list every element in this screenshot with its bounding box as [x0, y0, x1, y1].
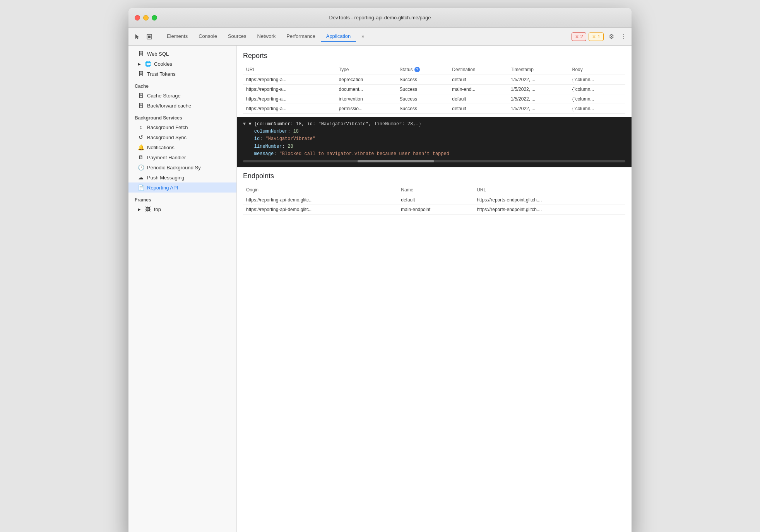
sidebar-item-cookies[interactable]: ▶ 🌐 Cookies [128, 59, 236, 69]
json-line-3: lineNumber: 28 [243, 143, 625, 150]
sync-icon: ↺ [138, 134, 144, 140]
endpoints-header-row: Origin Name URL [243, 185, 625, 195]
sidebar-item-label: Cache Storage [147, 93, 181, 99]
payment-icon: 🖥 [138, 154, 144, 160]
sidebar-item-back-forward-cache[interactable]: 🗄 Back/forward cache [128, 101, 236, 111]
cell-url: https://reporting-a... [243, 94, 336, 104]
json-key: columnNumber [254, 129, 288, 134]
database-icon: 🗄 [138, 102, 144, 109]
document-icon: 📄 [138, 184, 144, 191]
cell-destination: default [449, 94, 508, 104]
table-row[interactable]: https://reporting-api-demo.glitc... defa… [243, 195, 625, 205]
cell-body: {"column... [569, 104, 625, 114]
settings-icon-btn[interactable]: ⚙ [606, 31, 617, 42]
json-header-text: ▼ {columnNumber: 18, id: "NavigatorVibra… [248, 121, 421, 127]
more-options-btn[interactable]: ⋮ [619, 31, 628, 42]
background-services-header: Background Services [128, 111, 236, 122]
error-count: 2 [580, 34, 583, 39]
table-row[interactable]: https://reporting-a... permissio... Succ… [243, 104, 625, 114]
sidebar-item-push-messaging[interactable]: ☁ Push Messaging [128, 172, 236, 182]
sidebar-item-cache-storage[interactable]: 🗄 Cache Storage [128, 90, 236, 101]
cell-destination: main-end... [449, 85, 508, 94]
sidebar-item-frames-top[interactable]: ▶ 🖼 top [128, 204, 236, 214]
tab-console[interactable]: Console [193, 31, 223, 42]
cell-type: intervention [336, 94, 397, 104]
json-value: 18 [293, 129, 299, 134]
sidebar-item-label: Notifications [147, 145, 175, 150]
tab-more[interactable]: » [356, 31, 370, 42]
col-status: Status ? [397, 65, 449, 75]
bell-icon: 🔔 [138, 144, 144, 150]
json-header-line: ▼ ▼ {columnNumber: 18, id: "NavigatorVib… [243, 121, 625, 128]
warn-badge-button[interactable]: ✕ 1 [589, 32, 604, 41]
frames-section-header: Frames [128, 193, 236, 204]
endpoints-table-body: https://reporting-api-demo.glitc... defa… [243, 195, 625, 215]
minimize-button[interactable] [143, 15, 149, 20]
sidebar: 🗄 Web SQL ▶ 🌐 Cookies 🗄 Trust Tokens Cac… [128, 46, 237, 532]
content-scroll-area[interactable]: Reports URL Type Status ? [237, 46, 632, 532]
sidebar-item-reporting-api[interactable]: 📄 Reporting API [128, 182, 236, 193]
table-row[interactable]: https://reporting-a... deprecation Succe… [243, 75, 625, 85]
toolbar-separator [158, 33, 158, 41]
inspect-icon-btn[interactable] [144, 31, 155, 42]
sidebar-item-web-sql[interactable]: 🗄 Web SQL [128, 49, 236, 59]
database-icon: 🗄 [138, 51, 144, 57]
cell-url: https://reporting-a... [243, 104, 336, 114]
sidebar-item-payment-handler[interactable]: 🖥 Payment Handler [128, 152, 236, 162]
sidebar-item-label: Background Fetch [147, 124, 188, 130]
tab-elements[interactable]: Elements [161, 31, 193, 42]
sidebar-item-periodic-background-sync[interactable]: 🕐 Periodic Background Sy [128, 162, 236, 172]
svg-rect-1 [148, 36, 151, 38]
endpoints-title: Endpoints [243, 172, 625, 180]
sidebar-item-background-sync[interactable]: ↺ Background Sync [128, 132, 236, 142]
sidebar-item-label: Back/forward cache [147, 103, 191, 109]
sidebar-item-label: Push Messaging [147, 175, 184, 181]
sidebar-item-label: Cookies [154, 61, 172, 67]
table-row[interactable]: https://reporting-a... document... Succe… [243, 85, 625, 94]
cell-name: main-endpoint [398, 205, 474, 215]
maximize-button[interactable] [152, 15, 157, 20]
json-collapse-arrow[interactable]: ▼ [243, 121, 248, 127]
col-body: Body [569, 65, 625, 75]
sidebar-item-background-fetch[interactable]: ↕ Background Fetch [128, 122, 236, 132]
arrow-icon: ▶ [138, 207, 141, 211]
cell-status: Success [397, 75, 449, 85]
warn-icon: ✕ [592, 34, 596, 39]
json-key: lineNumber [254, 144, 282, 149]
warn-count: 1 [597, 34, 600, 39]
col-origin: Origin [243, 185, 398, 195]
json-horizontal-scrollbar[interactable] [243, 160, 625, 162]
sidebar-item-label: Payment Handler [147, 155, 186, 160]
sidebar-item-trust-tokens[interactable]: 🗄 Trust Tokens [128, 69, 236, 79]
table-row[interactable]: https://reporting-a... intervention Succ… [243, 94, 625, 104]
cell-type: document... [336, 85, 397, 94]
frame-icon: 🖼 [145, 206, 151, 212]
tab-application[interactable]: Application [321, 31, 356, 42]
col-type: Type [336, 65, 397, 75]
tab-network[interactable]: Network [252, 31, 281, 42]
table-row[interactable]: https://reporting-api-demo.glitc... main… [243, 205, 625, 215]
cell-name: default [398, 195, 474, 205]
json-scrollbar-thumb[interactable] [358, 160, 434, 162]
error-badge-button[interactable]: ✕ 2 [572, 32, 587, 41]
sidebar-item-label: Trust Tokens [147, 71, 176, 77]
inspect-icon [146, 34, 152, 40]
devtools-window: DevTools - reporting-api-demo.glitch.me/… [128, 8, 632, 532]
cell-status: Success [397, 94, 449, 104]
cursor-icon [134, 34, 140, 40]
cell-timestamp: 1/5/2022, ... [508, 85, 569, 94]
sidebar-item-label: top [154, 206, 161, 212]
tab-performance[interactable]: Performance [281, 31, 320, 42]
clock-icon: 🕐 [138, 164, 144, 171]
database-icon: 🗄 [138, 71, 144, 77]
status-help: Status ? [400, 67, 420, 72]
cell-timestamp: 1/5/2022, ... [508, 94, 569, 104]
json-value: "NavigatorVibrate" [265, 136, 316, 142]
cursor-icon-btn[interactable] [132, 31, 142, 42]
globe-icon: 🌐 [145, 61, 151, 67]
close-button[interactable] [135, 15, 140, 20]
help-icon[interactable]: ? [414, 67, 420, 72]
toolbar: Elements Console Sources Network Perform… [128, 28, 632, 46]
sidebar-item-notifications[interactable]: 🔔 Notifications [128, 142, 236, 152]
tab-sources[interactable]: Sources [223, 31, 252, 42]
